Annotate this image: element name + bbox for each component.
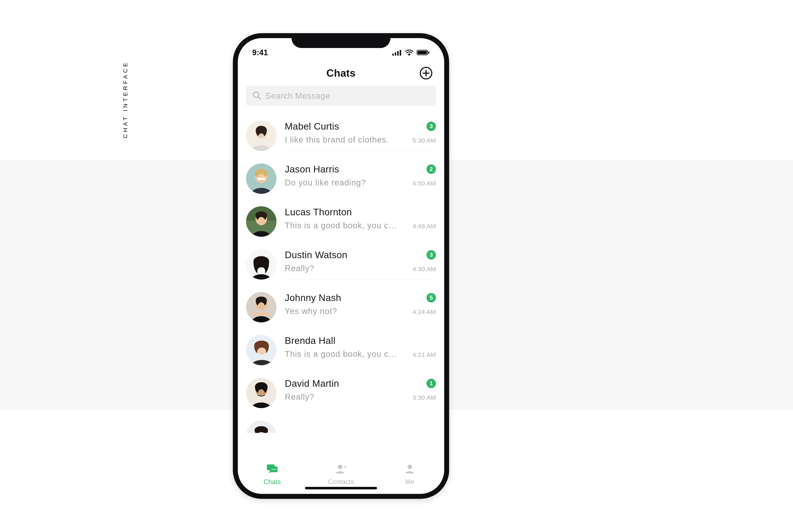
search-icon bbox=[252, 91, 262, 101]
chat-row[interactable]: David Martin 1 Really? 3:30 AM bbox=[246, 372, 436, 414]
side-label: CHAT INTERFACE bbox=[122, 61, 129, 138]
tab-label: Me bbox=[405, 478, 414, 486]
svg-rect-3 bbox=[400, 50, 401, 56]
chat-row-body: Dustin Watson 3 Really? 4:30 AM bbox=[285, 249, 436, 279]
avatar bbox=[246, 378, 277, 408]
avatar bbox=[246, 120, 277, 151]
svg-rect-6 bbox=[418, 51, 427, 54]
chat-name: Johnny Nash bbox=[285, 292, 341, 303]
svg-point-42 bbox=[272, 469, 273, 470]
chat-time: 4:30 AM bbox=[412, 266, 436, 272]
chat-name: Dustin Watson bbox=[285, 249, 347, 261]
chat-row-body: David Martin 1 Really? 3:30 AM bbox=[285, 378, 436, 408]
search-container bbox=[238, 86, 444, 108]
chat-row[interactable]: Lucas Thornton This is a good book, you … bbox=[246, 200, 436, 243]
tab-contacts[interactable]: Contacts bbox=[307, 463, 375, 486]
chat-row[interactable]: Johnny Nash 5 Yes why not? 4:24 AM bbox=[246, 286, 436, 329]
tab-label: Chats bbox=[264, 478, 281, 486]
chat-preview: This is a good book, you c… bbox=[285, 349, 397, 359]
chat-time: 4:49 AM bbox=[412, 223, 436, 230]
avatar bbox=[246, 335, 277, 365]
avatar bbox=[246, 206, 277, 237]
svg-point-4 bbox=[409, 54, 410, 56]
chat-row-body: Jason Harris 2 Do you like reading? 4:50… bbox=[285, 164, 436, 194]
phone-frame: 9:41 Chats bbox=[233, 33, 449, 499]
chat-row-body: Lucas Thornton This is a good book, you … bbox=[285, 206, 436, 236]
me-icon bbox=[404, 463, 416, 476]
chat-row[interactable]: Jason Harris 2 Do you like reading? 4:50… bbox=[246, 157, 436, 200]
unread-badge: 5 bbox=[427, 293, 436, 302]
svg-rect-7 bbox=[428, 52, 429, 54]
unread-badge: 3 bbox=[427, 121, 436, 131]
search-box[interactable] bbox=[246, 86, 436, 106]
stage: 9:41 Chats bbox=[0, 0, 738, 532]
svg-rect-2 bbox=[397, 51, 399, 56]
phone-screen: 9:41 Chats bbox=[238, 38, 444, 494]
chat-time: 4:50 AM bbox=[412, 180, 436, 187]
chat-preview: Do you like reading? bbox=[285, 178, 366, 187]
chat-time: 4:24 AM bbox=[412, 308, 436, 316]
contacts-icon bbox=[335, 463, 347, 476]
chat-row[interactable]: Mabel Curtis 3 I like this brand of clot… bbox=[246, 114, 436, 157]
chat-time: 4:21 AM bbox=[412, 351, 436, 358]
unread-badge: 1 bbox=[427, 379, 436, 388]
chat-row[interactable]: Dustin Watson 3 Really? 4:30 AM bbox=[246, 243, 436, 286]
header: Chats bbox=[238, 61, 444, 86]
chat-preview: This is a good book, you c… bbox=[285, 221, 397, 230]
chat-row-body: Johnny Nash 5 Yes why not? 4:24 AM bbox=[285, 292, 436, 322]
avatar bbox=[246, 420, 277, 433]
unread-badge: 3 bbox=[427, 250, 436, 260]
svg-point-45 bbox=[338, 464, 343, 469]
wifi-icon bbox=[405, 50, 414, 56]
chat-row-body: Brenda Hall This is a good book, you c… … bbox=[285, 335, 436, 365]
tab-label: Contacts bbox=[328, 478, 354, 486]
cellular-icon bbox=[392, 50, 402, 56]
chat-preview: Yes why not? bbox=[285, 307, 337, 316]
chat-row[interactable] bbox=[246, 414, 436, 433]
new-chat-button[interactable] bbox=[420, 66, 433, 80]
chat-name: Brenda Hall bbox=[285, 335, 335, 346]
chat-name: David Martin bbox=[285, 378, 339, 389]
chat-time: 5:30 AM bbox=[412, 137, 436, 144]
svg-rect-0 bbox=[392, 54, 394, 56]
chat-name: Lucas Thornton bbox=[285, 206, 352, 217]
svg-rect-19 bbox=[258, 178, 265, 180]
page-title: Chats bbox=[327, 67, 355, 79]
svg-point-43 bbox=[273, 469, 274, 470]
chat-list[interactable]: Mabel Curtis 3 I like this brand of clot… bbox=[238, 108, 444, 459]
svg-point-44 bbox=[275, 469, 276, 470]
chat-row[interactable]: Brenda Hall This is a good book, you c… … bbox=[246, 329, 436, 372]
tab-me[interactable]: Me bbox=[375, 463, 444, 486]
svg-point-48 bbox=[408, 464, 412, 469]
chat-name: Jason Harris bbox=[285, 164, 339, 175]
svg-line-12 bbox=[258, 97, 260, 99]
tab-chats[interactable]: Chats bbox=[238, 463, 307, 486]
status-icons bbox=[392, 50, 430, 56]
svg-rect-30 bbox=[253, 312, 270, 316]
svg-rect-1 bbox=[395, 52, 396, 56]
search-input[interactable] bbox=[266, 91, 430, 100]
home-indicator[interactable] bbox=[305, 487, 377, 489]
chats-icon bbox=[266, 463, 278, 476]
chat-preview: Really? bbox=[285, 264, 314, 273]
chat-row-body: Mabel Curtis 3 I like this brand of clot… bbox=[285, 121, 436, 151]
avatar bbox=[246, 249, 277, 280]
plus-circle-icon bbox=[420, 77, 433, 80]
battery-icon bbox=[417, 50, 430, 56]
chat-preview: Really? bbox=[285, 392, 314, 402]
phone-notch bbox=[292, 33, 390, 48]
status-time: 9:41 bbox=[252, 48, 268, 57]
chat-preview: I like this brand of clothes. bbox=[285, 135, 389, 145]
avatar bbox=[246, 164, 277, 194]
chat-time: 3:30 AM bbox=[412, 394, 436, 401]
unread-badge: 2 bbox=[427, 165, 436, 174]
avatar bbox=[246, 292, 277, 322]
chat-name: Mabel Curtis bbox=[285, 121, 339, 132]
